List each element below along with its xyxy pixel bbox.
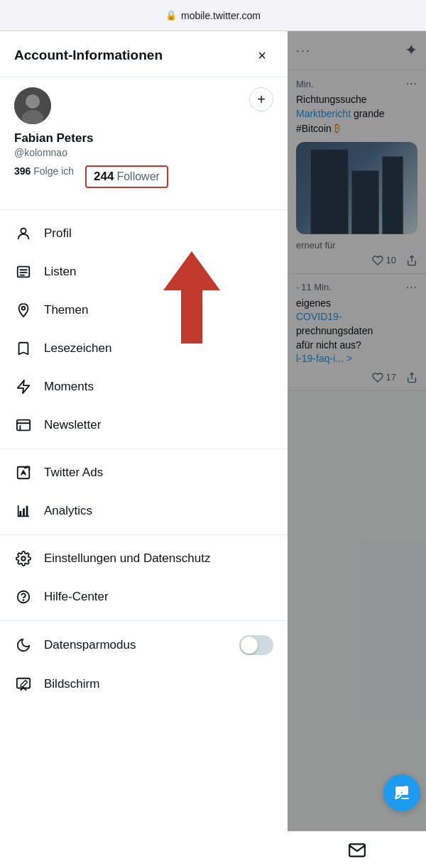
svg-rect-19 [20,511,22,516]
tweet-1-share[interactable] [406,255,417,266]
svg-point-1 [26,94,40,109]
stats-row: 396 Folge ich 244 Follower [14,165,273,188]
toggle-thumb [241,637,258,654]
menu-label-newsletter: Newsletter [44,418,101,432]
menu-item-moments[interactable]: Moments [0,368,288,406]
ads-icon [14,463,33,482]
tweet-1-image [296,142,417,234]
svg-rect-10 [17,420,30,431]
settings-icon [14,549,33,568]
svg-point-4 [21,229,26,234]
menu-label-einstellungen: Einstellungen und Datenschutz [44,551,210,566]
building-graphic [296,142,417,234]
tweet-1-retweet: erneut für [296,240,417,251]
drawer-header: Account-Informationen × [0,31,288,77]
tweet-1: Min. ··· Richtungssuche Marktbericht gra… [288,70,426,274]
follower-stat-highlighted[interactable]: 244 Follower [85,165,168,188]
newsletter-icon [14,416,33,434]
tweet-1-dots: ··· [406,77,417,90]
tweet-1-time: Min. [296,79,314,89]
profile-handle: @kolomnao [14,147,273,158]
menu-item-listen[interactable]: Listen [0,253,288,291]
tweet-2: · 11 Min. ··· eigenes COVID19- prechnung… [288,274,426,391]
analytics-icon [14,502,33,520]
menu-label-lesezeichen: Lesezeichen [44,341,111,356]
pin-icon [14,301,33,319]
building-3 [382,156,403,234]
menu-label-datenspar: Datensparmodus [44,638,136,652]
url-text: mobile.twitter.com [181,10,261,21]
follower-label: Follower [116,170,159,183]
tweet-2-time-row: · 11 Min. ··· [296,281,417,294]
following-count: 396 [14,165,31,177]
building-1 [310,149,349,234]
follower-count: 244 [94,170,114,184]
following-stat[interactable]: 396 Folge ich [14,165,74,188]
profile-top: + [14,87,273,124]
profile-section: + Fabian Peters @kolomnao 396 Folge ich … [0,77,288,205]
tweet-2-dots: ··· [406,281,417,294]
menu-label-hilfe: Hilfe-Center [44,590,109,604]
menu-item-profil[interactable]: Profil [0,214,288,253]
mail-icon[interactable] [348,841,366,859]
feed-dots: ··· [296,43,311,58]
moon-icon [14,636,33,654]
bookmark-icon [14,339,33,358]
tweet-2-like[interactable]: 17 [372,372,396,383]
menu-item-bildschirm[interactable]: Bildschirm [0,665,288,703]
tweet-1-link: Marktbericht [296,108,351,119]
menu-label-listen: Listen [44,265,76,279]
menu-divider-extra [0,620,288,621]
mail-bar [288,831,426,868]
tweet-2-link2: l-19-faq-i... > [296,353,352,364]
tweet-1-actions: 10 [296,255,417,266]
menu-item-themen[interactable]: Themen [0,291,288,329]
menu-item-einstellungen[interactable]: Einstellungen und Datenschutz [0,539,288,578]
add-account-button[interactable]: + [249,87,273,111]
svg-point-9 [22,307,26,310]
tweet-2-actions: 17 [296,372,417,383]
feed-header: ··· ✦ [288,31,426,70]
svg-rect-20 [23,508,25,516]
list-icon [14,263,33,281]
menu-divider-mid [0,449,288,449]
tweet-2-link: COVID19- [296,311,342,322]
drawer-title: Account-Informationen [14,48,163,63]
account-drawer: Account-Informationen × + Fabian Peters … [0,31,288,868]
tweet-1-time-row: Min. ··· [296,77,417,90]
svg-point-22 [21,556,26,561]
menu-item-lesezeichen[interactable]: Lesezeichen [0,329,288,368]
help-icon [14,588,33,606]
menu-item-newsletter[interactable]: Newsletter [0,406,288,444]
tweet-2-text: eigenes COVID19- prechnungsdaten afür ni… [296,297,417,366]
close-button[interactable]: × [251,44,273,67]
compose-button[interactable] [383,774,420,811]
feed-panel: ··· ✦ Min. ··· Richtungssuche Marktberic… [288,31,426,868]
menu-label-themen: Themen [44,303,88,317]
tweet-1-text: Richtungssuche Marktbericht grande #Bitc… [296,93,417,136]
avatar[interactable] [14,87,51,124]
tweet-2-time: · 11 Min. [296,282,332,292]
svg-rect-21 [26,506,28,517]
menu-item-analytics[interactable]: Analytics [0,492,288,530]
profile-name: Fabian Peters [14,131,273,145]
menu-item-twitter-ads[interactable]: Twitter Ads [0,454,288,492]
tweet-1-like[interactable]: 10 [372,255,396,266]
toggle-datenspar[interactable] [239,635,273,655]
tweet-2-share[interactable] [406,372,417,383]
following-label: Folge ich [33,165,74,177]
menu-label-profil: Profil [44,226,72,241]
menu-divider-top [0,209,288,210]
lightning-icon [14,378,33,396]
menu-item-datenspar[interactable]: Datensparmodus [0,625,288,665]
menu-label-bildschirm: Bildschirm [44,677,99,691]
menu-label-moments: Moments [44,380,94,394]
menu-item-hilfe[interactable]: Hilfe-Center [0,578,288,616]
sparkle-icon[interactable]: ✦ [405,41,417,60]
person-icon [14,224,33,243]
toggle-track[interactable] [239,635,273,655]
address-bar: 🔒 mobile.twitter.com [0,0,426,31]
menu-label-analytics: Analytics [44,504,92,518]
lock-icon: 🔒 [165,10,177,21]
screen-icon [14,675,33,693]
